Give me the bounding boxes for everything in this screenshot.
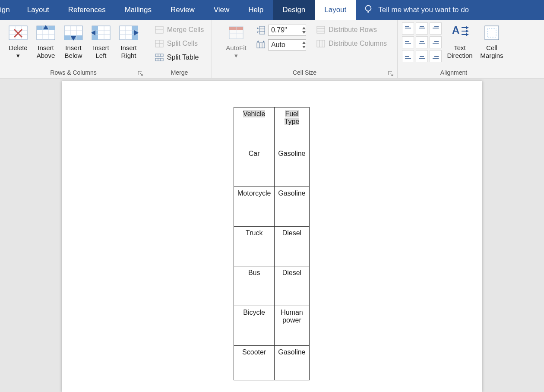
table-row[interactable]: Bicycle Human power	[234, 306, 310, 346]
table-row[interactable]: Motorcycle Gasoline	[234, 187, 310, 227]
row-height-input[interactable]	[268, 25, 306, 36]
align-bottom-right-button[interactable]	[430, 50, 442, 62]
svg-marker-88	[466, 26, 468, 29]
svg-marker-52	[257, 32, 259, 33]
insert-left-icon	[91, 23, 111, 42]
table-cell[interactable]: Diesel	[275, 227, 309, 266]
table-cell[interactable]: Bus	[234, 266, 275, 306]
tab-review[interactable]: Review	[161, 0, 204, 20]
insert-above-button[interactable]: Insert Above	[32, 22, 60, 60]
svg-point-0	[366, 5, 371, 11]
cell-margins-button[interactable]: Cell Margins	[478, 22, 506, 60]
table-cell[interactable]: Bicycle	[234, 306, 275, 346]
table-header-cell[interactable]: Fuel Type	[285, 110, 300, 125]
dialog-launcher-icon[interactable]	[137, 70, 143, 76]
group-label-rows-columns: Rows & Columns	[4, 68, 142, 77]
svg-rect-65	[317, 40, 325, 47]
tab-design-partial[interactable]: ign	[0, 0, 18, 20]
merge-cells-label: Merge Cells	[167, 26, 204, 34]
merge-cells-icon	[155, 25, 164, 34]
insert-below-button[interactable]: Insert Below	[60, 22, 87, 60]
svg-marker-59	[263, 41, 265, 42]
table-row[interactable]: Car Gasoline	[234, 147, 310, 187]
autofit-label: AutoFit▾	[226, 44, 247, 60]
table-row[interactable]: Bus Diesel	[234, 266, 310, 306]
document-table[interactable]: Vehicle Fuel Type Car Gasoline Motorcycl…	[234, 107, 310, 380]
svg-marker-53	[302, 27, 306, 29]
align-top-right-button[interactable]	[430, 22, 442, 35]
tab-help[interactable]: Help	[239, 0, 273, 20]
text-direction-label: Text Direction	[447, 44, 472, 60]
tell-me-box[interactable]: Tell me what you want to do	[356, 0, 477, 20]
svg-rect-48	[259, 26, 265, 34]
document-page[interactable]: Vehicle Fuel Type Car Gasoline Motorcycl…	[62, 81, 482, 392]
tab-table-design[interactable]: Design	[273, 0, 315, 20]
insert-below-icon	[63, 23, 83, 42]
column-width-spinner[interactable]	[256, 39, 307, 51]
table-cell[interactable]: Diesel	[275, 266, 309, 306]
table-cell[interactable]: Gasoline	[275, 346, 309, 380]
column-width-icon	[256, 40, 266, 50]
svg-marker-92	[466, 33, 468, 36]
row-height-icon	[256, 25, 266, 35]
split-cells-button: Split Cells	[155, 38, 198, 49]
text-direction-button[interactable]: A Text Direction	[446, 22, 474, 60]
table-cell[interactable]: Car	[234, 147, 275, 187]
spinner-arrows-icon[interactable]	[302, 26, 307, 35]
table-cell[interactable]: Motorcycle	[234, 187, 275, 227]
ribbon: Delete▾ Insert Above Insert Below Insert…	[0, 20, 544, 79]
split-cells-label: Split Cells	[167, 40, 198, 47]
svg-rect-1	[367, 11, 369, 13]
document-workspace: Vehicle Fuel Type Car Gasoline Motorcycl…	[0, 79, 544, 392]
tab-mailings[interactable]: Mailings	[115, 0, 161, 20]
svg-rect-39	[155, 58, 163, 61]
cell-margins-icon	[482, 23, 502, 42]
tab-table-layout[interactable]: Layout	[315, 0, 356, 20]
autofit-icon	[226, 23, 246, 42]
autofit-button[interactable]: AutoFit▾	[222, 22, 250, 60]
svg-marker-90	[466, 29, 468, 33]
table-cell[interactable]: Scooter	[234, 346, 275, 380]
group-label-merge: Merge	[152, 68, 207, 77]
group-rows-columns: Delete▾ Insert Above Insert Below Insert…	[0, 20, 147, 78]
svg-marker-54	[302, 31, 306, 34]
align-middle-left-button[interactable]	[402, 36, 414, 48]
distribute-columns-button: Distribute Columns	[316, 38, 387, 49]
table-header-cell[interactable]: Vehicle	[243, 110, 266, 117]
row-height-spinner[interactable]	[256, 24, 307, 36]
insert-right-button[interactable]: Insert Right	[115, 22, 142, 60]
tab-references[interactable]: References	[59, 0, 115, 20]
split-cells-icon	[155, 39, 164, 48]
dialog-launcher-icon[interactable]	[388, 70, 394, 76]
insert-above-icon	[36, 23, 56, 42]
lightbulb-icon	[364, 4, 373, 16]
table-row[interactable]: Vehicle Fuel Type	[234, 107, 310, 147]
table-cell[interactable]: Gasoline	[275, 187, 309, 227]
distribute-rows-label: Distribute Rows	[329, 26, 377, 34]
tab-view[interactable]: View	[204, 0, 239, 20]
align-top-left-button[interactable]	[402, 22, 414, 35]
insert-left-button[interactable]: Insert Left	[87, 22, 115, 60]
delete-label: Delete▾	[9, 44, 27, 60]
align-middle-center-button[interactable]	[416, 36, 428, 48]
table-row[interactable]: Truck Diesel	[234, 227, 310, 266]
column-width-input[interactable]	[268, 39, 306, 51]
delete-button[interactable]: Delete▾	[4, 22, 32, 60]
group-alignment: A Text Direction Cell Margins Alignment	[398, 20, 510, 78]
svg-marker-58	[257, 41, 259, 42]
spinner-arrows-icon[interactable]	[302, 41, 307, 49]
distribute-rows-icon	[316, 25, 325, 34]
table-cell[interactable]: Gasoline	[275, 147, 309, 187]
table-row[interactable]: Scooter Gasoline	[234, 346, 310, 380]
align-top-center-button[interactable]	[416, 22, 428, 35]
insert-left-label: Insert Left	[93, 44, 109, 60]
split-table-button[interactable]: Split Table	[155, 52, 199, 63]
split-table-label: Split Table	[167, 54, 199, 61]
table-cell[interactable]: Truck	[234, 227, 275, 266]
tab-layout[interactable]: Layout	[18, 0, 59, 20]
table-cell[interactable]: Human power	[275, 306, 309, 346]
align-bottom-center-button[interactable]	[416, 50, 428, 62]
distribute-columns-icon	[316, 39, 325, 48]
align-middle-right-button[interactable]	[430, 36, 442, 48]
align-bottom-left-button[interactable]	[402, 50, 414, 62]
